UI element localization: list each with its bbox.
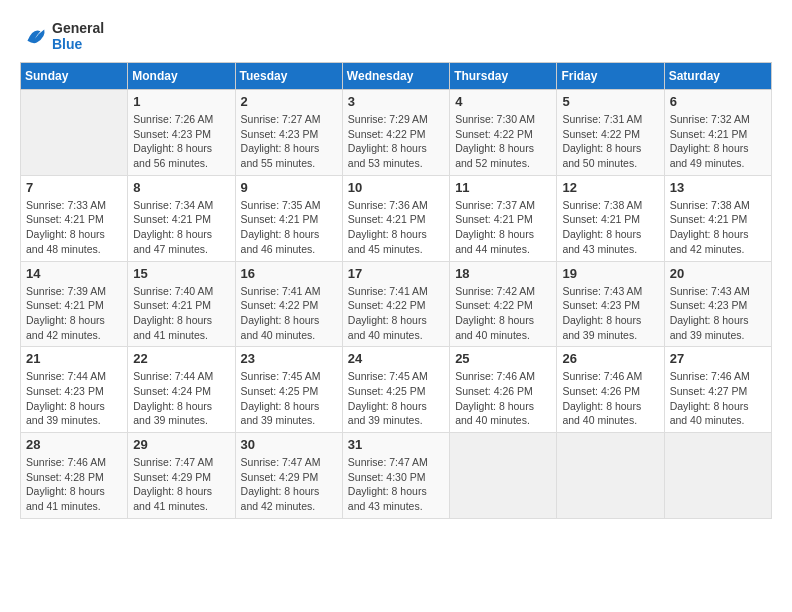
day-info: Sunrise: 7:29 AMSunset: 4:22 PMDaylight:… <box>348 112 444 171</box>
day-info: Sunrise: 7:36 AMSunset: 4:21 PMDaylight:… <box>348 198 444 257</box>
calendar-cell: 25 Sunrise: 7:46 AMSunset: 4:26 PMDaylig… <box>450 347 557 433</box>
day-info: Sunrise: 7:26 AMSunset: 4:23 PMDaylight:… <box>133 112 229 171</box>
calendar-cell: 20 Sunrise: 7:43 AMSunset: 4:23 PMDaylig… <box>664 261 771 347</box>
day-number: 23 <box>241 351 337 366</box>
day-number: 12 <box>562 180 658 195</box>
day-info: Sunrise: 7:42 AMSunset: 4:22 PMDaylight:… <box>455 284 551 343</box>
day-number: 31 <box>348 437 444 452</box>
day-number: 5 <box>562 94 658 109</box>
calendar-cell: 8 Sunrise: 7:34 AMSunset: 4:21 PMDayligh… <box>128 175 235 261</box>
calendar-cell <box>450 433 557 519</box>
day-info: Sunrise: 7:43 AMSunset: 4:23 PMDaylight:… <box>562 284 658 343</box>
calendar-cell: 15 Sunrise: 7:40 AMSunset: 4:21 PMDaylig… <box>128 261 235 347</box>
day-number: 8 <box>133 180 229 195</box>
calendar-cell: 12 Sunrise: 7:38 AMSunset: 4:21 PMDaylig… <box>557 175 664 261</box>
day-number: 21 <box>26 351 122 366</box>
day-number: 2 <box>241 94 337 109</box>
calendar-cell: 4 Sunrise: 7:30 AMSunset: 4:22 PMDayligh… <box>450 90 557 176</box>
header-wednesday: Wednesday <box>342 63 449 90</box>
day-info: Sunrise: 7:45 AMSunset: 4:25 PMDaylight:… <box>241 369 337 428</box>
logo-text: General Blue <box>52 20 104 52</box>
day-number: 16 <box>241 266 337 281</box>
calendar-cell: 31 Sunrise: 7:47 AMSunset: 4:30 PMDaylig… <box>342 433 449 519</box>
calendar-cell: 3 Sunrise: 7:29 AMSunset: 4:22 PMDayligh… <box>342 90 449 176</box>
day-info: Sunrise: 7:38 AMSunset: 4:21 PMDaylight:… <box>670 198 766 257</box>
calendar-cell: 1 Sunrise: 7:26 AMSunset: 4:23 PMDayligh… <box>128 90 235 176</box>
calendar-table: SundayMondayTuesdayWednesdayThursdayFrid… <box>20 62 772 519</box>
calendar-cell: 6 Sunrise: 7:32 AMSunset: 4:21 PMDayligh… <box>664 90 771 176</box>
calendar-cell: 7 Sunrise: 7:33 AMSunset: 4:21 PMDayligh… <box>21 175 128 261</box>
calendar-cell <box>21 90 128 176</box>
calendar-cell: 29 Sunrise: 7:47 AMSunset: 4:29 PMDaylig… <box>128 433 235 519</box>
day-info: Sunrise: 7:33 AMSunset: 4:21 PMDaylight:… <box>26 198 122 257</box>
day-info: Sunrise: 7:38 AMSunset: 4:21 PMDaylight:… <box>562 198 658 257</box>
calendar-cell: 2 Sunrise: 7:27 AMSunset: 4:23 PMDayligh… <box>235 90 342 176</box>
day-number: 24 <box>348 351 444 366</box>
day-number: 26 <box>562 351 658 366</box>
day-number: 4 <box>455 94 551 109</box>
calendar-header-row: SundayMondayTuesdayWednesdayThursdayFrid… <box>21 63 772 90</box>
day-number: 30 <box>241 437 337 452</box>
day-number: 14 <box>26 266 122 281</box>
calendar-cell: 10 Sunrise: 7:36 AMSunset: 4:21 PMDaylig… <box>342 175 449 261</box>
calendar-cell: 24 Sunrise: 7:45 AMSunset: 4:25 PMDaylig… <box>342 347 449 433</box>
calendar-cell: 22 Sunrise: 7:44 AMSunset: 4:24 PMDaylig… <box>128 347 235 433</box>
day-info: Sunrise: 7:46 AMSunset: 4:26 PMDaylight:… <box>455 369 551 428</box>
calendar-cell: 17 Sunrise: 7:41 AMSunset: 4:22 PMDaylig… <box>342 261 449 347</box>
day-info: Sunrise: 7:46 AMSunset: 4:28 PMDaylight:… <box>26 455 122 514</box>
day-info: Sunrise: 7:31 AMSunset: 4:22 PMDaylight:… <box>562 112 658 171</box>
day-number: 20 <box>670 266 766 281</box>
calendar-cell: 30 Sunrise: 7:47 AMSunset: 4:29 PMDaylig… <box>235 433 342 519</box>
day-info: Sunrise: 7:34 AMSunset: 4:21 PMDaylight:… <box>133 198 229 257</box>
day-number: 11 <box>455 180 551 195</box>
day-info: Sunrise: 7:47 AMSunset: 4:29 PMDaylight:… <box>133 455 229 514</box>
day-info: Sunrise: 7:32 AMSunset: 4:21 PMDaylight:… <box>670 112 766 171</box>
day-number: 1 <box>133 94 229 109</box>
calendar-week-row: 28 Sunrise: 7:46 AMSunset: 4:28 PMDaylig… <box>21 433 772 519</box>
day-info: Sunrise: 7:47 AMSunset: 4:29 PMDaylight:… <box>241 455 337 514</box>
calendar-cell <box>664 433 771 519</box>
day-info: Sunrise: 7:43 AMSunset: 4:23 PMDaylight:… <box>670 284 766 343</box>
day-info: Sunrise: 7:35 AMSunset: 4:21 PMDaylight:… <box>241 198 337 257</box>
day-info: Sunrise: 7:37 AMSunset: 4:21 PMDaylight:… <box>455 198 551 257</box>
day-number: 17 <box>348 266 444 281</box>
day-info: Sunrise: 7:47 AMSunset: 4:30 PMDaylight:… <box>348 455 444 514</box>
day-number: 7 <box>26 180 122 195</box>
calendar-cell: 27 Sunrise: 7:46 AMSunset: 4:27 PMDaylig… <box>664 347 771 433</box>
logo-icon <box>20 22 48 50</box>
header-monday: Monday <box>128 63 235 90</box>
page-header: General Blue <box>20 20 772 52</box>
day-number: 15 <box>133 266 229 281</box>
day-number: 9 <box>241 180 337 195</box>
calendar-cell: 16 Sunrise: 7:41 AMSunset: 4:22 PMDaylig… <box>235 261 342 347</box>
calendar-week-row: 14 Sunrise: 7:39 AMSunset: 4:21 PMDaylig… <box>21 261 772 347</box>
calendar-cell <box>557 433 664 519</box>
calendar-cell: 23 Sunrise: 7:45 AMSunset: 4:25 PMDaylig… <box>235 347 342 433</box>
header-sunday: Sunday <box>21 63 128 90</box>
calendar-week-row: 1 Sunrise: 7:26 AMSunset: 4:23 PMDayligh… <box>21 90 772 176</box>
calendar-cell: 14 Sunrise: 7:39 AMSunset: 4:21 PMDaylig… <box>21 261 128 347</box>
calendar-cell: 28 Sunrise: 7:46 AMSunset: 4:28 PMDaylig… <box>21 433 128 519</box>
day-number: 28 <box>26 437 122 452</box>
day-info: Sunrise: 7:39 AMSunset: 4:21 PMDaylight:… <box>26 284 122 343</box>
calendar-week-row: 7 Sunrise: 7:33 AMSunset: 4:21 PMDayligh… <box>21 175 772 261</box>
day-number: 10 <box>348 180 444 195</box>
day-info: Sunrise: 7:41 AMSunset: 4:22 PMDaylight:… <box>348 284 444 343</box>
calendar-cell: 26 Sunrise: 7:46 AMSunset: 4:26 PMDaylig… <box>557 347 664 433</box>
calendar-cell: 5 Sunrise: 7:31 AMSunset: 4:22 PMDayligh… <box>557 90 664 176</box>
day-number: 29 <box>133 437 229 452</box>
day-number: 22 <box>133 351 229 366</box>
header-friday: Friday <box>557 63 664 90</box>
day-info: Sunrise: 7:41 AMSunset: 4:22 PMDaylight:… <box>241 284 337 343</box>
day-info: Sunrise: 7:46 AMSunset: 4:26 PMDaylight:… <box>562 369 658 428</box>
logo: General Blue <box>20 20 104 52</box>
day-info: Sunrise: 7:44 AMSunset: 4:24 PMDaylight:… <box>133 369 229 428</box>
day-info: Sunrise: 7:46 AMSunset: 4:27 PMDaylight:… <box>670 369 766 428</box>
day-number: 6 <box>670 94 766 109</box>
day-number: 18 <box>455 266 551 281</box>
calendar-cell: 19 Sunrise: 7:43 AMSunset: 4:23 PMDaylig… <box>557 261 664 347</box>
day-info: Sunrise: 7:45 AMSunset: 4:25 PMDaylight:… <box>348 369 444 428</box>
calendar-week-row: 21 Sunrise: 7:44 AMSunset: 4:23 PMDaylig… <box>21 347 772 433</box>
day-info: Sunrise: 7:27 AMSunset: 4:23 PMDaylight:… <box>241 112 337 171</box>
calendar-cell: 13 Sunrise: 7:38 AMSunset: 4:21 PMDaylig… <box>664 175 771 261</box>
